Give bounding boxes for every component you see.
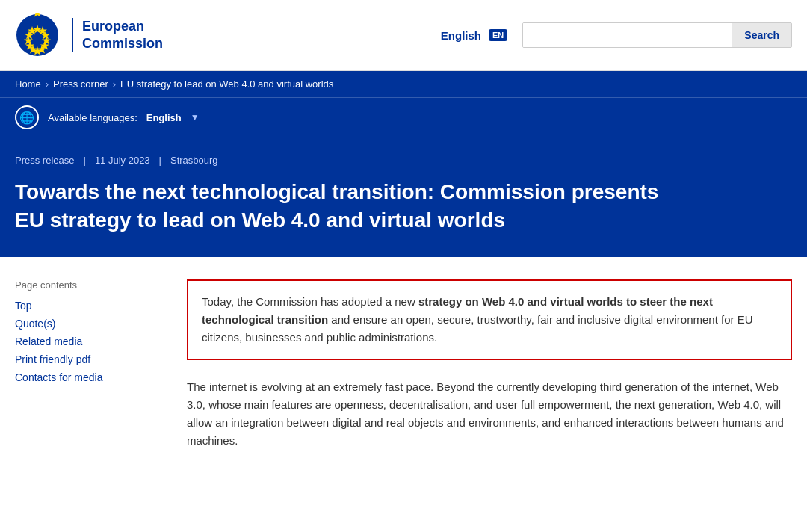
sidebar: Page contents Top Quote(s) Related media… (15, 279, 164, 450)
globe-icon: 🌐 (15, 105, 39, 129)
article-content: Today, the Commission has adopted a new … (187, 279, 792, 450)
page-title: Towards the next technological transitio… (15, 178, 687, 235)
lang-label: English (441, 29, 481, 42)
breadcrumb-sep1: › (46, 78, 49, 90)
meta-divider2: | (159, 155, 161, 166)
language-selector[interactable]: English EN (441, 29, 507, 42)
sidebar-item-contacts[interactable]: Contacts for media (15, 371, 164, 383)
language-bar: 🌐 Available languages: English ▼ (0, 97, 807, 137)
highlight-box: Today, the Commission has adopted a new … (187, 279, 792, 360)
sidebar-item-related-media[interactable]: Related media (15, 335, 164, 347)
sidebar-nav: Top Quote(s) Related media Print friendl… (15, 300, 164, 383)
breadcrumb-current: EU strategy to lead on Web 4.0 and virtu… (120, 78, 333, 90)
lang-badge: EN (489, 29, 507, 41)
press-release-type: Press release (15, 155, 74, 166)
search-area: Search (522, 22, 792, 48)
eu-logo-icon (15, 13, 60, 58)
sidebar-item-top[interactable]: Top (15, 300, 164, 312)
sidebar-item-quotes[interactable]: Quote(s) (15, 318, 164, 330)
sidebar-title: Page contents (15, 279, 164, 291)
available-languages-label: Available languages: (48, 112, 137, 123)
breadcrumb-sep2: › (113, 78, 116, 90)
breadcrumb-home[interactable]: Home (15, 78, 41, 90)
logo-text: European Commission (72, 18, 163, 53)
search-button[interactable]: Search (732, 23, 791, 47)
highlight-text-before: Today, the Commission has adopted a new (202, 295, 418, 308)
hero-meta: Press release | 11 July 2023 | Strasbour… (15, 155, 792, 166)
breadcrumb-press-corner[interactable]: Press corner (53, 78, 108, 90)
selected-language: English (146, 112, 182, 123)
press-release-date: 11 July 2023 (95, 155, 150, 166)
main-content: Page contents Top Quote(s) Related media… (0, 257, 807, 472)
breadcrumb: Home › Press corner › EU strategy to lea… (0, 71, 807, 97)
press-release-location: Strasbourg (170, 155, 218, 166)
logo-area: European Commission (15, 13, 163, 58)
sidebar-item-print-pdf[interactable]: Print friendly pdf (15, 353, 164, 365)
search-input[interactable] (523, 23, 732, 47)
meta-divider1: | (83, 155, 85, 166)
highlight-paragraph: Today, the Commission has adopted a new … (202, 293, 777, 347)
site-header: European Commission English EN Search (0, 0, 807, 71)
hero-section: Press release | 11 July 2023 | Strasbour… (0, 137, 807, 257)
body-paragraph: The internet is evolving at an extremely… (187, 378, 792, 450)
language-dropdown-arrow[interactable]: ▼ (191, 112, 200, 123)
